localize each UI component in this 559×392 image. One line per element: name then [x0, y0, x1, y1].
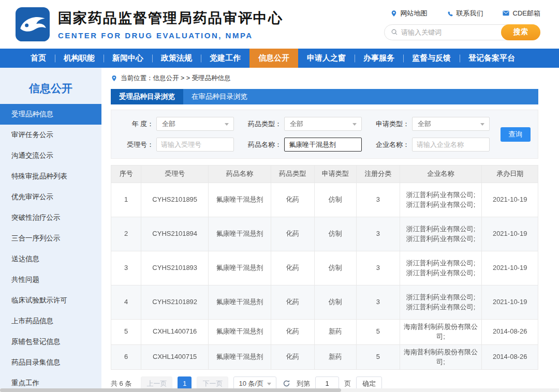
cell-drug-type: 化药 [271, 344, 315, 370]
location-pin-icon [111, 75, 117, 82]
cell-company: 海南普利制药股份有限公司; [400, 344, 482, 370]
location-pin-icon [390, 10, 398, 17]
nav-item[interactable]: 首页 [22, 49, 55, 68]
quick-links: 网站地图 联系我们 CDE邮箱 [390, 9, 540, 18]
table-row: 1 CYHS2101895 氟康唑干混悬剂 化药 仿制 3 浙江普利药业有限公司… [111, 183, 538, 217]
site-header: 国家药品监督管理局药品审评中心 CENTER FOR DRUG EVALUATI… [0, 0, 559, 49]
tab-accepted-catalog[interactable]: 受理品种目录浏览 [111, 89, 183, 104]
cell-index: 5 [111, 320, 141, 345]
drug-name-input[interactable] [284, 138, 362, 152]
drug-type-select[interactable]: 全部 [284, 117, 362, 131]
results-table: 序号受理号药品名称药品类型申请类型注册分类企业名称承办日期 1 CYHS2101… [111, 165, 538, 370]
sidebar-item[interactable]: 三合一序列公示 [0, 228, 101, 249]
tab-under-review-catalog[interactable]: 在审品种目录浏览 [183, 89, 256, 104]
mail-link[interactable]: CDE邮箱 [502, 9, 540, 18]
nav-item[interactable]: 登记备案平台 [460, 49, 524, 68]
total-count: 共 6 条 [111, 379, 131, 388]
sidebar-item[interactable]: 送达信息 [0, 249, 101, 269]
cell-drug-type: 化药 [271, 183, 315, 217]
cell-company: 浙江普利药业有限公司;浙江普利药业有限公司; [400, 285, 482, 320]
cell-accept-no: CYHS2101893 [141, 251, 208, 285]
cell-company: 浙江普利药业有限公司;浙江普利药业有限公司; [400, 217, 482, 251]
horizontal-scrollbar [0, 388, 559, 392]
refresh-icon[interactable] [283, 380, 290, 387]
table-row: 6 CXHL1400715 氟康唑干混悬剂 化药 新药 5 海南普利制药股份有限… [111, 344, 538, 370]
sidebar-item[interactable]: 优先审评公示 [0, 187, 101, 207]
cell-index: 3 [111, 251, 141, 285]
sidebar-item[interactable]: 受理品种信息 [0, 104, 101, 125]
filter-accept-no: 受理号： [119, 138, 234, 152]
breadcrumb-text: 当前位置：信息公开 > > 受理品种信息 [121, 74, 231, 83]
nav-item[interactable]: 机构职能 [55, 49, 104, 68]
query-button[interactable]: 查询 [501, 127, 531, 142]
filter-panel: 年 度： 全部 药品类型： 全部 申请类型： 全部 [111, 110, 538, 159]
site-logo [16, 7, 50, 41]
apply-type-select[interactable]: 全部 [412, 117, 490, 131]
sidebar-item[interactable]: 突破性治疗公示 [0, 207, 101, 228]
cell-drug-type: 化药 [271, 320, 315, 345]
nav-item[interactable]: 监督与反馈 [403, 49, 460, 68]
cell-apply-type: 仿制 [314, 285, 356, 320]
nav-item[interactable]: 信息公开 [249, 49, 298, 68]
nav-item[interactable]: 申请人之窗 [298, 49, 355, 68]
cell-accept-no: CXHL1400716 [141, 320, 208, 345]
apply-type-label: 申请类型： [374, 119, 409, 129]
page-size-value: 10 条/页 [239, 379, 263, 388]
nav-item[interactable]: 办事服务 [355, 49, 403, 68]
goto-suffix-label: 页 [344, 379, 351, 388]
column-header: 受理号 [141, 165, 208, 183]
column-header: 药品类型 [271, 165, 315, 183]
cell-reg-class: 5 [357, 320, 400, 345]
nav-item[interactable]: 新闻中心 [104, 49, 152, 68]
nav-item[interactable]: 党建工作 [201, 49, 249, 68]
sidebar-item[interactable]: 临床试验默示许可 [0, 290, 101, 311]
cell-date: 2014-08-26 [482, 344, 538, 370]
cell-index: 4 [111, 285, 141, 320]
chevron-down-icon [267, 383, 271, 385]
sidebar-item[interactable]: 共性问题 [0, 269, 101, 290]
cell-company: 海南普利制药股份有限公司; [400, 320, 482, 345]
cell-company: 浙江普利药业有限公司;浙江普利药业有限公司; [400, 251, 482, 285]
drug-type-label: 药品类型： [246, 119, 282, 129]
sidebar-item[interactable]: 原辅包登记信息 [0, 331, 101, 352]
company-input[interactable] [412, 138, 490, 152]
search-button[interactable]: 搜索 [501, 24, 540, 40]
sidebar-item[interactable]: 沟通交流公示 [0, 145, 101, 166]
chevron-down-icon [352, 123, 357, 126]
sidebar-item[interactable]: 药品目录集信息 [0, 352, 101, 373]
mail-link-label: CDE邮箱 [513, 9, 540, 18]
sidebar-item[interactable]: 特殊审批品种列表 [0, 166, 101, 187]
cell-apply-type: 新药 [314, 344, 356, 370]
site-titles: 国家药品监督管理局药品审评中心 CENTER FOR DRUG EVALUATI… [58, 9, 283, 40]
cell-accept-no: CYHS2101895 [141, 183, 208, 217]
cell-drug-type: 化药 [271, 217, 315, 251]
nav-item[interactable]: 政策法规 [152, 49, 201, 68]
column-header: 申请类型 [314, 165, 356, 183]
column-header: 企业名称 [400, 165, 482, 183]
sitemap-link[interactable]: 网站地图 [390, 9, 428, 18]
cell-accept-no: CYHS2101892 [141, 285, 208, 320]
scrollbar-thumb[interactable] [0, 388, 341, 392]
sidebar-item[interactable]: 审评任务公示 [0, 125, 101, 145]
company-label: 企业名称： [374, 140, 409, 149]
header-utilities: 网站地图 联系我们 CDE邮箱 搜索 [384, 9, 540, 40]
filter-apply-type: 申请类型： 全部 [374, 117, 490, 131]
accept-no-label: 受理号： [119, 140, 154, 149]
year-select[interactable]: 全部 [156, 117, 234, 131]
filter-grid: 年 度： 全部 药品类型： 全部 申请类型： 全部 [119, 117, 490, 152]
breadcrumb: 当前位置：信息公开 > > 受理品种信息 [111, 74, 538, 83]
filter-year: 年 度： 全部 [119, 117, 234, 131]
cell-reg-class: 3 [357, 285, 400, 320]
cell-drug-type: 化药 [271, 251, 315, 285]
sidebar-item[interactable]: 上市药品信息 [0, 311, 101, 331]
cell-reg-class: 5 [357, 344, 400, 370]
contact-link[interactable]: 联系我们 [446, 9, 483, 18]
cell-apply-type: 仿制 [314, 251, 356, 285]
header-row: 序号受理号药品名称药品类型申请类型注册分类企业名称承办日期 [111, 165, 538, 183]
mail-icon [502, 9, 510, 17]
cell-apply-type: 仿制 [314, 183, 356, 217]
cell-accept-no: CXHL1400715 [141, 344, 208, 370]
apply-type-select-value: 全部 [418, 119, 431, 129]
accept-no-input[interactable] [156, 138, 234, 152]
drug-name-label: 药品名称： [246, 140, 282, 149]
